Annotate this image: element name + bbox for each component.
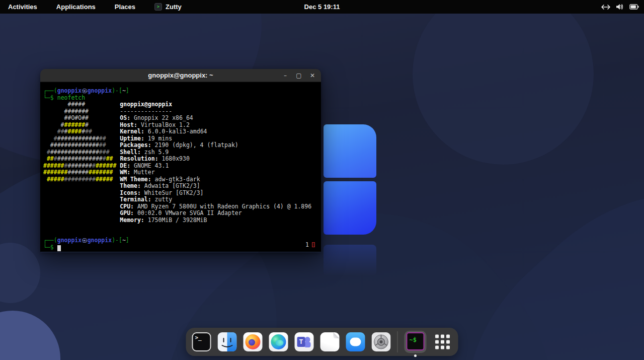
- firefox-icon: [244, 332, 263, 351]
- dock-item-zutty[interactable]: ~$: [405, 331, 427, 353]
- dock-item-app-grid[interactable]: [433, 332, 452, 351]
- applications-menu[interactable]: Applications: [54, 2, 98, 12]
- dock-item-firefox[interactable]: [244, 332, 263, 351]
- exit-code: 1: [305, 241, 309, 248]
- network-arrows-icon: [601, 4, 610, 10]
- document-icon: [320, 332, 340, 351]
- activities-button[interactable]: Activities: [6, 2, 39, 12]
- edge-icon: [269, 332, 288, 351]
- zutty-terminal-icon: ~$: [407, 332, 425, 350]
- system-tray[interactable]: [601, 0, 639, 14]
- zutty-app-icon: >: [154, 3, 162, 11]
- dock: >_ T: [186, 328, 458, 356]
- windows-logo-bottom-pane: [324, 181, 376, 235]
- settings-gear-icon: [372, 332, 391, 351]
- close-button[interactable]: ✕: [308, 71, 317, 80]
- windows-logo-reflection: [324, 245, 376, 276]
- top-bar: Activities Applications Places > Zutty D…: [0, 0, 644, 14]
- zutty-active-tile: ~$: [405, 331, 427, 353]
- dock-item-teams[interactable]: T: [295, 332, 314, 351]
- maximize-button[interactable]: ▢: [294, 71, 303, 80]
- focused-app-label: Zutty: [166, 3, 182, 11]
- running-indicator-dot: [414, 354, 417, 357]
- places-menu[interactable]: Places: [113, 2, 137, 12]
- clock[interactable]: Dec 5 19:11: [304, 0, 340, 14]
- terminal-body[interactable]: ┌──(gnoppix㉿gnoppix)-[~]└─$ neofetch ###…: [40, 82, 321, 252]
- finder-icon: [218, 332, 237, 351]
- terminal-output: ┌──(gnoppix㉿gnoppix)-[~]└─$ neofetch ###…: [43, 88, 317, 251]
- app-grid-icon: [435, 335, 450, 349]
- terminal-icon: >_: [192, 332, 211, 351]
- window-titlebar[interactable]: gnoppix@gnoppix: ~ – ▢ ✕: [40, 69, 321, 82]
- window-title: gnoppix@gnoppix: ~: [148, 71, 213, 79]
- dock-item-documents[interactable]: [320, 332, 340, 351]
- dock-item-messages[interactable]: [346, 332, 365, 351]
- teams-icon: T: [295, 332, 314, 351]
- dock-item-terminal[interactable]: >_: [192, 332, 211, 351]
- dock-item-settings[interactable]: [372, 332, 391, 351]
- wallpaper-wave: [413, 14, 594, 165]
- dock-item-edge[interactable]: [269, 332, 288, 351]
- exit-status: 1: [305, 241, 315, 248]
- windows-logo-top-pane: [324, 124, 376, 178]
- exit-error-icon: [312, 242, 315, 247]
- volume-icon: [616, 4, 624, 10]
- minimize-button[interactable]: –: [281, 71, 290, 80]
- clock-label: Dec 5 19:11: [304, 3, 340, 11]
- dock-item-files[interactable]: [218, 332, 237, 351]
- messages-icon: [346, 332, 365, 351]
- terminal-window: gnoppix@gnoppix: ~ – ▢ ✕ ┌──(gnoppix㉿gno…: [40, 69, 321, 252]
- battery-icon: [629, 4, 639, 10]
- dock-separator: [397, 331, 398, 352]
- focused-app-menu[interactable]: > Zutty: [152, 2, 184, 12]
